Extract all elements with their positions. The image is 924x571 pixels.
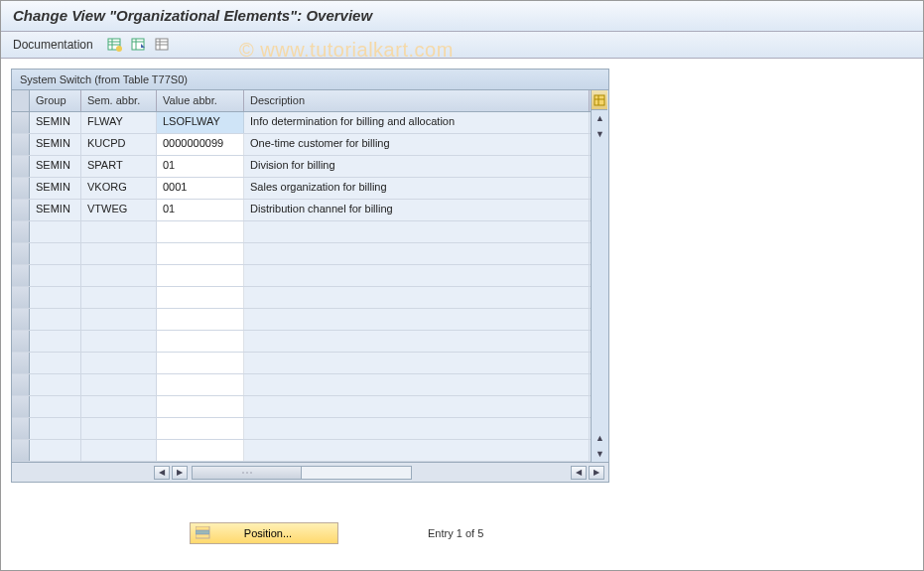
cell-group xyxy=(30,287,81,308)
cell-desc: Distribution channel for billing xyxy=(244,200,590,220)
data-grid: Group Sem. abbr. Value abbr. Description… xyxy=(12,90,591,462)
table-view-icon[interactable] xyxy=(155,38,171,52)
table-row xyxy=(12,287,591,309)
row-selector[interactable] xyxy=(12,156,30,177)
cell-sem xyxy=(81,396,157,417)
cell-sem: KUCPD xyxy=(81,134,157,155)
row-selector[interactable] xyxy=(12,112,30,133)
cell-val[interactable]: 01 xyxy=(157,156,244,177)
select-all-header[interactable] xyxy=(12,90,30,111)
cell-val[interactable] xyxy=(157,243,244,264)
hscroll-right-end-icon[interactable]: ▶ xyxy=(589,466,604,480)
cell-sem xyxy=(81,374,157,395)
cell-val[interactable] xyxy=(157,440,244,461)
cell-val[interactable] xyxy=(157,374,244,395)
hscroll-right-step-icon[interactable]: ▶ xyxy=(172,466,188,480)
position-bar: Position... Entry 1 of 5 xyxy=(11,522,913,544)
cell-desc xyxy=(244,309,590,330)
col-header-val[interactable]: Value abbr. xyxy=(157,90,244,111)
cell-group xyxy=(30,309,81,330)
table-row xyxy=(12,265,591,287)
cell-sem xyxy=(81,287,157,308)
cell-group xyxy=(30,418,81,439)
table-settings-icon[interactable] xyxy=(107,38,123,52)
row-selector[interactable] xyxy=(12,265,30,286)
row-selector[interactable] xyxy=(12,309,30,330)
cell-desc xyxy=(244,374,590,395)
row-selector[interactable] xyxy=(12,418,30,439)
cell-group xyxy=(30,265,81,286)
position-button[interactable]: Position... xyxy=(190,522,338,544)
config-column-icon[interactable] xyxy=(592,90,607,110)
cell-sem: VKORG xyxy=(81,178,157,199)
row-selector[interactable] xyxy=(12,396,30,417)
table-row: SEMIN SPART 01 Division for billing xyxy=(12,156,591,178)
cell-desc xyxy=(244,418,590,439)
svg-rect-5 xyxy=(132,39,144,50)
row-selector[interactable] xyxy=(12,374,30,395)
cell-val[interactable] xyxy=(157,396,244,417)
hscroll-track[interactable] xyxy=(192,466,412,480)
cell-desc xyxy=(244,287,590,308)
cell-sem xyxy=(81,243,157,264)
cell-sem xyxy=(81,331,157,352)
svg-point-16 xyxy=(246,472,247,473)
cell-val[interactable]: LSOFLWAY xyxy=(157,112,244,133)
scroll-up-small-icon[interactable]: ▲ xyxy=(592,430,608,446)
cell-group xyxy=(30,440,81,461)
cell-val[interactable] xyxy=(157,353,244,373)
documentation-label[interactable]: Documentation xyxy=(13,38,93,52)
hscroll-left-end-icon[interactable]: ◀ xyxy=(571,466,587,480)
col-header-desc[interactable]: Description xyxy=(244,90,590,111)
table-row xyxy=(12,221,591,243)
toolbar: Documentation xyxy=(1,32,923,59)
row-selector[interactable] xyxy=(12,440,30,461)
col-header-group[interactable]: Group xyxy=(30,90,81,111)
hscroll-left-icon[interactable]: ◀ xyxy=(154,466,170,480)
cell-val[interactable]: 01 xyxy=(157,200,244,220)
row-selector[interactable] xyxy=(12,221,30,242)
table-row: SEMIN VTWEG 01 Distribution channel for … xyxy=(12,200,591,221)
panel-title: System Switch (from Table T77S0) xyxy=(12,70,608,90)
cell-desc: One-time customer for billing xyxy=(244,134,590,155)
cell-desc xyxy=(244,353,590,373)
row-selector[interactable] xyxy=(12,200,30,220)
page-title: Change View "Organizational Elements": O… xyxy=(13,7,372,24)
cell-group: SEMIN xyxy=(30,200,81,220)
cell-val[interactable] xyxy=(157,309,244,330)
table-row: SEMIN FLWAY LSOFLWAY Info determination … xyxy=(12,112,591,134)
table-export-icon[interactable] xyxy=(131,38,147,52)
cell-sem xyxy=(81,221,157,242)
cell-val[interactable] xyxy=(157,265,244,286)
cell-desc xyxy=(244,440,590,461)
row-selector[interactable] xyxy=(12,353,30,373)
vscroll-area: ▲ ▼ ▲ ▼ xyxy=(591,90,608,462)
hscroll-thumb[interactable] xyxy=(193,467,302,479)
svg-point-4 xyxy=(116,46,122,52)
scroll-down-icon[interactable]: ▼ xyxy=(592,446,608,462)
row-selector[interactable] xyxy=(12,178,30,199)
cell-group xyxy=(30,353,81,373)
cell-group: SEMIN xyxy=(30,134,81,155)
col-header-sem[interactable]: Sem. abbr. xyxy=(81,90,157,111)
cell-sem xyxy=(81,418,157,439)
cell-val[interactable] xyxy=(157,221,244,242)
row-selector[interactable] xyxy=(12,134,30,155)
cell-val[interactable]: 0000000099 xyxy=(157,134,244,155)
table-row xyxy=(12,243,591,265)
cell-group xyxy=(30,396,81,417)
cell-val[interactable]: 0001 xyxy=(157,178,244,199)
cell-val[interactable] xyxy=(157,418,244,439)
svg-rect-12 xyxy=(594,95,604,105)
cell-val[interactable] xyxy=(157,331,244,352)
cell-desc: Sales organization for billing xyxy=(244,178,590,199)
scroll-up-icon[interactable]: ▲ xyxy=(592,110,608,126)
row-selector[interactable] xyxy=(12,331,30,352)
table-row xyxy=(12,374,591,396)
row-selector[interactable] xyxy=(12,243,30,264)
table-row xyxy=(12,331,591,353)
cell-val[interactable] xyxy=(157,287,244,308)
row-selector[interactable] xyxy=(12,287,30,308)
scroll-down-small-icon[interactable]: ▼ xyxy=(592,126,608,142)
grid-header: Group Sem. abbr. Value abbr. Description xyxy=(12,90,591,112)
